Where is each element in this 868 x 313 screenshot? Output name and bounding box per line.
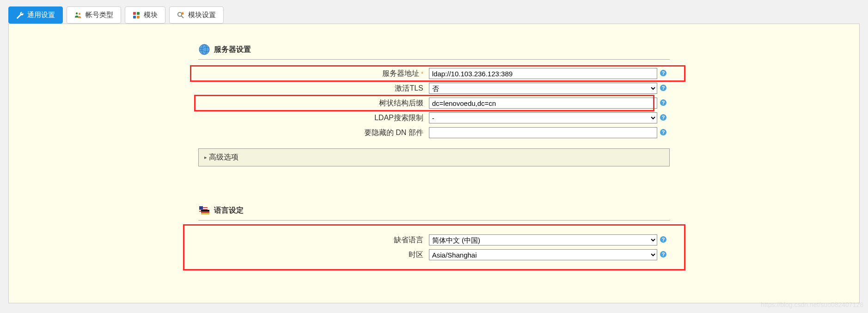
- svg-rect-28: [201, 211, 209, 213]
- help-icon[interactable]: ?: [660, 99, 667, 108]
- server-address-input[interactable]: [429, 68, 657, 79]
- hide-dn-components-label: 要隐藏的 DN 部件: [198, 128, 429, 138]
- wrench-icon: [16, 12, 24, 19]
- svg-point-8: [182, 12, 184, 14]
- chevron-right-icon: ▸: [204, 154, 207, 160]
- server-address-label: 服务器地址*: [198, 69, 429, 79]
- section-title: 语言设定: [214, 206, 244, 215]
- advanced-options-toggle[interactable]: ▸ 高级选项: [198, 148, 670, 166]
- svg-rect-2: [133, 12, 136, 15]
- svg-rect-29: [201, 213, 209, 215]
- modules-icon: [133, 12, 140, 19]
- tab-label: 帐号类型: [86, 11, 113, 19]
- activate-tls-select[interactable]: 否: [429, 83, 657, 94]
- svg-rect-3: [137, 12, 140, 15]
- accounts-icon: [74, 12, 82, 19]
- default-language-select[interactable]: 简体中文 (中国): [429, 234, 657, 245]
- svg-rect-4: [133, 16, 136, 18]
- svg-text:?: ?: [662, 70, 665, 76]
- ldap-search-limit-select[interactable]: -: [429, 112, 657, 123]
- svg-text:?: ?: [662, 129, 665, 135]
- server-settings-section: 服务器设置 服务器地址* ? 激活TLS 否 ? 树状结构后缀 ? LDAP搜索…: [198, 42, 670, 166]
- help-icon[interactable]: ?: [660, 69, 667, 78]
- svg-point-9: [199, 44, 209, 55]
- svg-rect-27: [201, 210, 209, 211]
- language-settings-header: 语言设定: [198, 203, 670, 221]
- tabs-bar: 通用设置 帐号类型 模块 模块设置: [8, 6, 860, 24]
- watermark-text: https://blog.csdn.net/suo082407128: [761, 301, 863, 308]
- help-icon[interactable]: ?: [660, 129, 667, 137]
- tab-label: 模块: [144, 11, 158, 19]
- svg-text:?: ?: [662, 100, 665, 105]
- help-icon[interactable]: ?: [660, 236, 667, 245]
- svg-line-7: [181, 16, 183, 18]
- language-settings-section: 语言设定 缺省语言 简体中文 (中国) ? 时区 Asia/Shanghai ?: [198, 203, 670, 266]
- timezone-label: 时区: [198, 250, 429, 260]
- svg-text:?: ?: [662, 237, 665, 242]
- tab-general-settings[interactable]: 通用设置: [8, 6, 63, 24]
- svg-point-1: [79, 13, 80, 15]
- settings-panel: 服务器设置 服务器地址* ? 激活TLS 否 ? 树状结构后缀 ? LDAP搜索…: [8, 24, 860, 303]
- ldap-search-limit-label: LDAP搜索限制: [198, 113, 429, 123]
- tree-suffix-label: 树状结构后缀: [198, 98, 429, 108]
- activate-tls-label: 激活TLS: [198, 84, 429, 93]
- flags-icon: [198, 204, 210, 216]
- advanced-options-label: 高级选项: [209, 153, 238, 162]
- hide-dn-components-input[interactable]: [429, 127, 657, 138]
- server-settings-header: 服务器设置: [198, 42, 670, 60]
- help-icon[interactable]: ?: [660, 251, 667, 259]
- svg-rect-25: [199, 206, 203, 209]
- svg-point-0: [76, 12, 78, 14]
- default-language-label: 缺省语言: [198, 235, 429, 245]
- tab-modules[interactable]: 模块: [125, 6, 165, 24]
- tab-account-types[interactable]: 帐号类型: [67, 6, 121, 24]
- module-settings-icon: [177, 12, 184, 19]
- svg-text:?: ?: [662, 252, 665, 257]
- svg-text:?: ?: [662, 85, 665, 91]
- tab-label: 模块设置: [188, 11, 216, 19]
- section-title: 服务器设置: [214, 45, 251, 55]
- svg-point-6: [178, 12, 182, 16]
- timezone-select[interactable]: Asia/Shanghai: [429, 249, 657, 260]
- svg-text:?: ?: [662, 115, 665, 120]
- tree-suffix-input[interactable]: [429, 98, 657, 109]
- help-icon[interactable]: ?: [660, 84, 667, 93]
- tab-label: 通用设置: [27, 11, 55, 19]
- svg-rect-5: [137, 16, 140, 18]
- globe-icon: [198, 43, 210, 55]
- help-icon[interactable]: ?: [660, 114, 667, 123]
- tab-module-settings[interactable]: 模块设置: [169, 6, 224, 24]
